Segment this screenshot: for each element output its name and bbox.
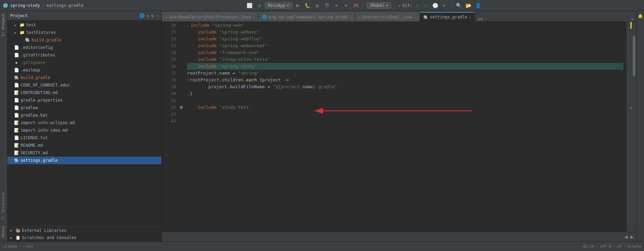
code-editor[interactable]: … include "spring-web" include "spring-w… — [184, 22, 626, 232]
step-into-icon[interactable]: ↷ — [342, 2, 350, 9]
tab-close-spring[interactable]: ✕ — [349, 15, 352, 19]
editor-settings-icon[interactable]: ⚙ — [629, 17, 636, 22]
structure-panel-label[interactable]: 7: Structure — [0, 190, 7, 222]
profile-button[interactable]: ⏱ — [323, 2, 331, 9]
tab-close-userservice[interactable]: ✕ — [414, 15, 417, 19]
tree-label-idea: import-into-idea.md — [21, 128, 67, 133]
editor-area: ☕ UserBeanFactoryPostProcessor.java ✕ 🌐 … — [162, 11, 636, 241]
nav-right-icon[interactable]: ▶ — [630, 234, 634, 240]
project-panel-header: Project 🌐 ⇅ ⚙ — — [8, 11, 161, 21]
file-type: Gradle — [628, 244, 641, 249]
tab-userbeanfactory[interactable]: ☕ UserBeanFactoryPostProcessor.java ✕ — [162, 12, 259, 22]
run-config-selector[interactable]: MainApp ▾ — [265, 2, 292, 9]
file-icon-gitattributes: 📄 — [14, 52, 19, 58]
notifications-icon[interactable]: 🔔 — [637, 11, 644, 21]
tab-close-settings[interactable]: ✕ — [469, 15, 471, 19]
jrebel-config[interactable]: JRebel ▾ — [367, 2, 392, 9]
nav-left-icon[interactable]: ◀ — [624, 234, 628, 240]
md-icon-security: 📝 — [14, 150, 19, 156]
back-icon[interactable]: ◁ — [255, 2, 263, 9]
tree-item-test[interactable]: ▶ 📁 test — [8, 21, 161, 29]
status-sep-3 — [614, 244, 615, 249]
tree-item-import-idea[interactable]: 📝 import-into-idea.md — [8, 127, 161, 134]
code-line-41 — [187, 97, 623, 104]
tree-item-testfixtures[interactable]: ▶ 📁 testFixtures — [8, 29, 161, 36]
tree-item-license[interactable]: 📄 LICENSE.txt — [8, 134, 161, 142]
step-over-icon[interactable]: ↷ — [333, 2, 340, 9]
account-icon[interactable]: 👤 — [474, 2, 482, 9]
jrebel-dropdown-icon[interactable]: ▾ — [386, 3, 388, 8]
git-section: ✓ Git: ✓ ✓ 🕐 ↶ — [398, 2, 448, 9]
tree-item-security[interactable]: 📝 SECURITY.md — [8, 149, 161, 157]
editor-tabs: ☕ UserBeanFactoryPostProcessor.java ✕ 🌐 … — [162, 11, 636, 22]
project-panel-label[interactable]: 1: Project — [0, 11, 7, 39]
tab-settings-gradle[interactable]: 🐘 settings.gradle ✕ — [420, 12, 475, 22]
tree-label-gitattributes: .gitattributes — [21, 53, 55, 57]
tree-label-testfixtures: testFixtures — [26, 30, 56, 35]
tree-item-mailmap[interactable]: 📄 .mailmap — [8, 66, 161, 74]
monitor-icon[interactable]: ⬜ — [246, 2, 253, 9]
jrebel-panel-label[interactable]: JRebel — [0, 222, 7, 241]
tree-item-build-gradle-nested[interactable]: 🐘 build.gradle — [8, 36, 161, 44]
editor-scrollbar[interactable] — [632, 22, 636, 232]
app-icon: IJ — [3, 3, 8, 8]
tree-label-gradlew: gradlew — [21, 105, 38, 110]
scrollbar-thumb[interactable] — [633, 36, 635, 77]
tab-close-userbeanfactory[interactable]: ✕ — [252, 15, 255, 19]
tree-item-build-gradle[interactable]: 🐘 build.gradle — [8, 74, 161, 81]
git-undo-icon[interactable]: ↶ — [441, 2, 448, 9]
line-separator[interactable]: LF — [617, 244, 622, 249]
git-history-icon[interactable]: 🕐 — [432, 2, 439, 9]
project-name: spring-study — [10, 3, 40, 8]
git-checkmark-icon[interactable]: ✓ — [414, 2, 421, 9]
panel-settings-icon[interactable]: ⚙ — [151, 13, 154, 18]
debug-button[interactable]: 🐛 — [304, 2, 311, 9]
coverage-button[interactable]: ◎ — [313, 2, 321, 9]
gradle-icon-root: 🐘 — [14, 75, 19, 80]
tree-label-gradle-props: gradle.properties — [21, 98, 63, 103]
panel-sort-icon[interactable]: ⇅ — [147, 13, 149, 18]
folder-icon: 📁 — [19, 22, 25, 28]
tab-label: UserBeanFactoryPostProcessor.java — [169, 15, 251, 19]
code-line-44 — [187, 118, 623, 124]
tree-item-gradlew-bat[interactable]: 📄 gradlew.bat — [8, 111, 161, 119]
tree-item-readme[interactable]: 📝 README.md — [8, 142, 161, 149]
code-line-35: include "integration-tests" — [187, 56, 623, 63]
toolbar-separator-3 — [451, 2, 452, 9]
search-icon[interactable]: 🔍 — [455, 2, 463, 9]
code-line-43 — [187, 111, 623, 118]
git-label: ✓ — [398, 3, 401, 8]
panel-minimize-icon[interactable]: — — [156, 13, 159, 18]
tree-item-gitattributes[interactable]: 📄 .gitattributes — [8, 51, 161, 59]
editor-container: 30 31 32 33 34 35 36 37 38 39 40 41 42 4… — [162, 22, 636, 232]
run-button[interactable]: ▶ — [294, 2, 302, 9]
tree-item-settings-gradle[interactable]: 🐘 settings.gradle — [8, 157, 161, 164]
title-bar-project: IJ spring-study – settings.gradle — [3, 3, 84, 8]
tree-item-external-libs[interactable]: ▶ 📚 External Libraries — [8, 226, 161, 234]
file-icon-mailmap: 📄 — [14, 67, 19, 73]
tree-label-settings-gradle: settings.gradle — [21, 158, 58, 163]
tab-more-button[interactable]: ≡4 — [475, 17, 485, 22]
jrebel-icon[interactable]: JR — [352, 2, 359, 9]
tree-item-gradlew[interactable]: 📄 gradlew — [8, 104, 161, 111]
tree-item-gitignore[interactable]: ◆ .gitignore — [8, 59, 161, 66]
git-branch[interactable]: ⎇ main — [3, 244, 17, 249]
md-icon-contributing: 📝 — [14, 90, 19, 95]
tree-item-gradle-properties[interactable]: 📄 gradle.properties — [8, 96, 161, 104]
panel-globe-icon[interactable]: 🌐 — [139, 13, 145, 18]
tree-item-scratches[interactable]: ▶ 📋 Scratches and Consoles — [8, 234, 161, 241]
tree-item-contributing[interactable]: 📝 CONTRIBUTING.md — [8, 89, 161, 96]
tree-item-editorconfig[interactable]: 📄 .editorconfig — [8, 44, 161, 51]
tree-item-code-of-conduct[interactable]: 📄 CODE_OF_CONDUCT.adoc — [8, 81, 161, 89]
run-config-dropdown-icon[interactable]: ▾ — [287, 3, 289, 8]
encoding[interactable]: UTF-8 — [600, 244, 611, 249]
tree-item-import-eclipse[interactable]: 📝 import-into-eclipse.md — [8, 119, 161, 127]
git-check2-icon[interactable]: ✓ — [423, 2, 430, 9]
tab-userservice[interactable]: ☕ UserServiceImpl.java ✕ — [355, 12, 420, 22]
diamond-icon-gitignore: ◆ — [14, 60, 19, 65]
tab-spring-study[interactable]: 🌐 org.springframework.spring-study ✕ — [259, 12, 356, 22]
files-icon[interactable]: 📂 — [465, 2, 472, 9]
code-line-37: rootProject . name = "spring" — [187, 70, 623, 77]
code-line-32: include "spring-webflux" — [187, 36, 623, 42]
project-panel-title: Project — [10, 13, 137, 18]
